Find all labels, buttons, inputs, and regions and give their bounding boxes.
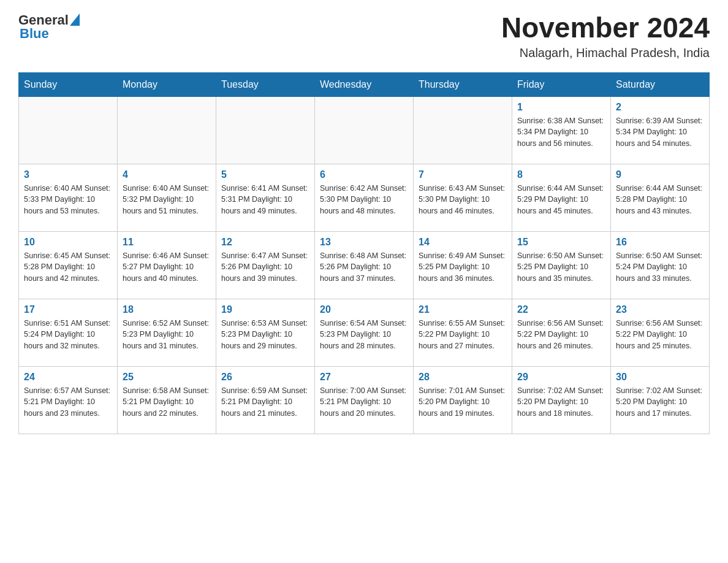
- calendar-cell: 19Sunrise: 6:53 AM Sunset: 5:23 PM Dayli…: [216, 299, 315, 366]
- calendar-cell: 11Sunrise: 6:46 AM Sunset: 5:27 PM Dayli…: [118, 231, 216, 299]
- day-number: 11: [123, 237, 211, 248]
- calendar-cell: 27Sunrise: 7:00 AM Sunset: 5:21 PM Dayli…: [315, 366, 414, 434]
- day-info: Sunrise: 6:51 AM Sunset: 5:24 PM Dayligh…: [24, 318, 112, 352]
- calendar-cell: 22Sunrise: 6:56 AM Sunset: 5:22 PM Dayli…: [512, 299, 611, 366]
- day-number: 27: [320, 372, 408, 383]
- day-info: Sunrise: 6:41 AM Sunset: 5:31 PM Dayligh…: [221, 183, 309, 217]
- day-info: Sunrise: 6:38 AM Sunset: 5:34 PM Dayligh…: [517, 115, 605, 150]
- day-info: Sunrise: 7:02 AM Sunset: 5:20 PM Dayligh…: [616, 385, 704, 419]
- calendar-cell: [414, 96, 512, 164]
- logo-triangle-icon: [70, 13, 80, 26]
- day-number: 23: [616, 304, 704, 315]
- calendar-row: 1Sunrise: 6:38 AM Sunset: 5:34 PM Daylig…: [19, 96, 710, 164]
- day-info: Sunrise: 7:00 AM Sunset: 5:21 PM Dayligh…: [320, 385, 408, 419]
- calendar-row: 10Sunrise: 6:45 AM Sunset: 5:28 PM Dayli…: [19, 231, 710, 299]
- calendar-cell: 5Sunrise: 6:41 AM Sunset: 5:31 PM Daylig…: [216, 164, 315, 231]
- day-info: Sunrise: 6:50 AM Sunset: 5:25 PM Dayligh…: [517, 250, 605, 285]
- page-header: General Blue November 2024 Nalagarh, Him…: [18, 12, 710, 60]
- calendar-table: SundayMondayTuesdayWednesdayThursdayFrid…: [18, 72, 710, 434]
- day-number: 2: [616, 102, 704, 113]
- day-info: Sunrise: 6:44 AM Sunset: 5:29 PM Dayligh…: [517, 183, 605, 217]
- calendar-cell: 9Sunrise: 6:44 AM Sunset: 5:28 PM Daylig…: [611, 164, 710, 231]
- calendar-body: 1Sunrise: 6:38 AM Sunset: 5:34 PM Daylig…: [19, 96, 710, 434]
- calendar-cell: 14Sunrise: 6:49 AM Sunset: 5:25 PM Dayli…: [414, 231, 512, 299]
- calendar-cell: 7Sunrise: 6:43 AM Sunset: 5:30 PM Daylig…: [414, 164, 512, 231]
- day-info: Sunrise: 7:02 AM Sunset: 5:20 PM Dayligh…: [517, 385, 605, 419]
- day-number: 17: [24, 304, 112, 315]
- calendar-cell: 25Sunrise: 6:58 AM Sunset: 5:21 PM Dayli…: [118, 366, 216, 434]
- calendar-cell: 15Sunrise: 6:50 AM Sunset: 5:25 PM Dayli…: [512, 231, 611, 299]
- day-info: Sunrise: 6:40 AM Sunset: 5:32 PM Dayligh…: [123, 183, 211, 217]
- day-number: 25: [123, 372, 211, 383]
- calendar-cell: 16Sunrise: 6:50 AM Sunset: 5:24 PM Dayli…: [611, 231, 710, 299]
- day-info: Sunrise: 6:54 AM Sunset: 5:23 PM Dayligh…: [320, 318, 408, 352]
- day-number: 16: [616, 237, 704, 248]
- month-year-title: November 2024: [501, 12, 710, 44]
- day-info: Sunrise: 6:45 AM Sunset: 5:28 PM Dayligh…: [24, 250, 112, 285]
- day-number: 21: [419, 304, 507, 315]
- weekday-header-row: SundayMondayTuesdayWednesdayThursdayFrid…: [19, 72, 710, 96]
- day-info: Sunrise: 6:47 AM Sunset: 5:26 PM Dayligh…: [221, 250, 309, 285]
- calendar-cell: [19, 96, 118, 164]
- calendar-row: 24Sunrise: 6:57 AM Sunset: 5:21 PM Dayli…: [19, 366, 710, 434]
- calendar-cell: 23Sunrise: 6:56 AM Sunset: 5:22 PM Dayli…: [611, 299, 710, 366]
- day-info: Sunrise: 6:55 AM Sunset: 5:22 PM Dayligh…: [419, 318, 507, 352]
- weekday-header-thursday: Thursday: [414, 72, 512, 96]
- day-number: 29: [517, 372, 605, 383]
- day-number: 24: [24, 372, 112, 383]
- day-info: Sunrise: 6:53 AM Sunset: 5:23 PM Dayligh…: [221, 318, 309, 352]
- calendar-row: 3Sunrise: 6:40 AM Sunset: 5:33 PM Daylig…: [19, 164, 710, 231]
- day-info: Sunrise: 6:44 AM Sunset: 5:28 PM Dayligh…: [616, 183, 704, 217]
- day-info: Sunrise: 6:49 AM Sunset: 5:25 PM Dayligh…: [419, 250, 507, 285]
- logo-blue: Blue: [18, 26, 49, 42]
- calendar-cell: 20Sunrise: 6:54 AM Sunset: 5:23 PM Dayli…: [315, 299, 414, 366]
- day-info: Sunrise: 6:50 AM Sunset: 5:24 PM Dayligh…: [616, 250, 704, 285]
- day-number: 4: [123, 169, 211, 180]
- day-info: Sunrise: 6:46 AM Sunset: 5:27 PM Dayligh…: [123, 250, 211, 285]
- calendar-cell: 6Sunrise: 6:42 AM Sunset: 5:30 PM Daylig…: [315, 164, 414, 231]
- day-info: Sunrise: 6:40 AM Sunset: 5:33 PM Dayligh…: [24, 183, 112, 217]
- day-info: Sunrise: 6:58 AM Sunset: 5:21 PM Dayligh…: [123, 385, 211, 419]
- calendar-cell: 30Sunrise: 7:02 AM Sunset: 5:20 PM Dayli…: [611, 366, 710, 434]
- day-number: 7: [419, 169, 507, 180]
- day-number: 18: [123, 304, 211, 315]
- day-info: Sunrise: 6:52 AM Sunset: 5:23 PM Dayligh…: [123, 318, 211, 352]
- weekday-header-saturday: Saturday: [611, 72, 710, 96]
- day-number: 3: [24, 169, 112, 180]
- day-number: 28: [419, 372, 507, 383]
- day-number: 8: [517, 169, 605, 180]
- calendar-cell: 10Sunrise: 6:45 AM Sunset: 5:28 PM Dayli…: [19, 231, 118, 299]
- day-number: 12: [221, 237, 309, 248]
- weekday-header-friday: Friday: [512, 72, 611, 96]
- calendar-cell: 13Sunrise: 6:48 AM Sunset: 5:26 PM Dayli…: [315, 231, 414, 299]
- logo: General Blue: [18, 12, 80, 42]
- day-info: Sunrise: 6:56 AM Sunset: 5:22 PM Dayligh…: [517, 318, 605, 352]
- day-number: 19: [221, 304, 309, 315]
- day-number: 6: [320, 169, 408, 180]
- title-section: November 2024 Nalagarh, Himachal Pradesh…: [501, 12, 710, 60]
- day-number: 13: [320, 237, 408, 248]
- weekday-header-sunday: Sunday: [19, 72, 118, 96]
- day-number: 5: [221, 169, 309, 180]
- calendar-cell: 1Sunrise: 6:38 AM Sunset: 5:34 PM Daylig…: [512, 96, 611, 164]
- day-info: Sunrise: 6:59 AM Sunset: 5:21 PM Dayligh…: [221, 385, 309, 419]
- calendar-row: 17Sunrise: 6:51 AM Sunset: 5:24 PM Dayli…: [19, 299, 710, 366]
- day-info: Sunrise: 6:39 AM Sunset: 5:34 PM Dayligh…: [616, 115, 704, 150]
- calendar-cell: [118, 96, 216, 164]
- day-number: 15: [517, 237, 605, 248]
- calendar-cell: 29Sunrise: 7:02 AM Sunset: 5:20 PM Dayli…: [512, 366, 611, 434]
- calendar-cell: 12Sunrise: 6:47 AM Sunset: 5:26 PM Dayli…: [216, 231, 315, 299]
- calendar-cell: 28Sunrise: 7:01 AM Sunset: 5:20 PM Dayli…: [414, 366, 512, 434]
- day-number: 9: [616, 169, 704, 180]
- day-number: 1: [517, 102, 605, 113]
- location-subtitle: Nalagarh, Himachal Pradesh, India: [501, 46, 710, 60]
- day-number: 10: [24, 237, 112, 248]
- calendar-cell: 3Sunrise: 6:40 AM Sunset: 5:33 PM Daylig…: [19, 164, 118, 231]
- calendar-cell: 24Sunrise: 6:57 AM Sunset: 5:21 PM Dayli…: [19, 366, 118, 434]
- weekday-header-monday: Monday: [118, 72, 216, 96]
- day-number: 30: [616, 372, 704, 383]
- calendar-cell: 8Sunrise: 6:44 AM Sunset: 5:29 PM Daylig…: [512, 164, 611, 231]
- calendar-cell: 18Sunrise: 6:52 AM Sunset: 5:23 PM Dayli…: [118, 299, 216, 366]
- calendar-header: SundayMondayTuesdayWednesdayThursdayFrid…: [19, 72, 710, 96]
- day-number: 14: [419, 237, 507, 248]
